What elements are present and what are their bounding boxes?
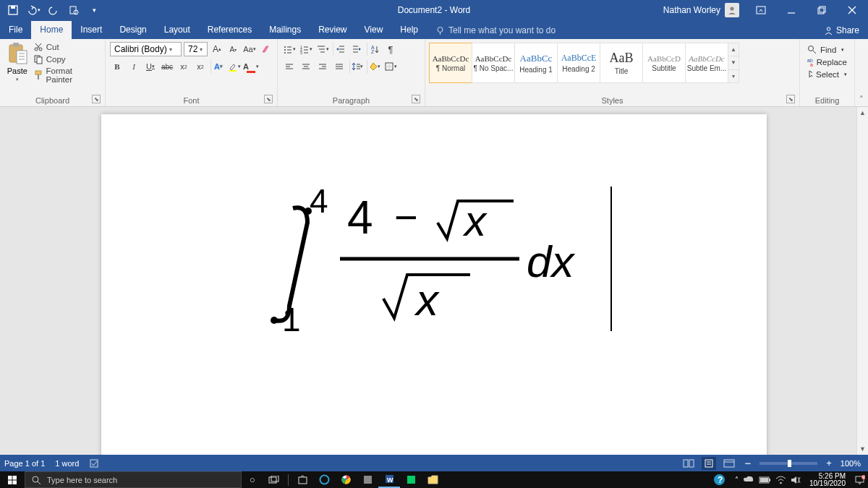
ribbon-display-icon[interactable] (746, 0, 775, 20)
tab-references[interactable]: References (199, 21, 260, 39)
show-marks-icon[interactable]: ¶ (383, 42, 398, 56)
collapse-ribbon-icon[interactable]: ˄ (859, 95, 864, 104)
justify-icon[interactable] (332, 59, 346, 74)
cortana-icon[interactable]: ○ (242, 471, 263, 488)
text-effects-icon[interactable]: A▾ (210, 59, 225, 74)
spellcheck-icon[interactable] (89, 458, 101, 468)
volume-icon[interactable] (791, 476, 801, 484)
superscript-button[interactable]: x2 (193, 59, 208, 74)
font-launcher[interactable]: ⬊ (264, 95, 273, 103)
tab-home[interactable]: Home (31, 21, 72, 39)
undo-icon[interactable]: ▾ (25, 1, 42, 19)
taskbar-app-icon[interactable] (357, 471, 378, 488)
tell-me-search[interactable]: Tell me what you want to do (427, 22, 564, 39)
styles-launcher[interactable]: ⬊ (786, 95, 795, 103)
numbering-icon[interactable]: 123▾ (299, 42, 313, 56)
onedrive-icon[interactable] (743, 476, 754, 484)
vertical-scrollbar[interactable]: ▲ ▼ (856, 107, 868, 455)
tab-file[interactable]: File (0, 21, 31, 39)
align-right-icon[interactable] (315, 59, 330, 74)
tab-mailings[interactable]: Mailings (260, 21, 310, 39)
paste-button[interactable]: Paste ▾ (4, 42, 30, 84)
find-button[interactable]: Find▾ (807, 45, 847, 54)
shrink-font-icon[interactable]: A▾ (226, 42, 240, 56)
taskbar-store-icon[interactable] (292, 471, 313, 488)
styles-scroll[interactable]: ▲▼▾ (728, 43, 739, 83)
grow-font-icon[interactable]: A▴ (210, 42, 224, 56)
line-spacing-icon[interactable]: ▾ (349, 59, 364, 74)
style-subtle-em---[interactable]: AaBbCcDcSubtle Em... (685, 43, 728, 83)
copy-button[interactable]: Copy (33, 54, 101, 64)
task-view-icon[interactable] (263, 471, 285, 488)
decrease-indent-icon[interactable] (333, 42, 347, 56)
help-icon[interactable]: ? (709, 471, 731, 488)
notifications-icon[interactable]: 9 (854, 475, 865, 485)
start-button[interactable] (0, 471, 25, 488)
wifi-icon[interactable] (775, 476, 786, 484)
borders-icon[interactable]: ▾ (383, 59, 398, 74)
taskbar-explorer-icon[interactable] (422, 471, 443, 488)
tab-view[interactable]: View (356, 21, 392, 39)
increase-indent-icon[interactable] (349, 42, 364, 56)
tab-review[interactable]: Review (310, 21, 355, 39)
zoom-in-button[interactable]: + (823, 458, 835, 468)
italic-button[interactable]: I (127, 59, 141, 74)
restore-icon[interactable] (807, 0, 836, 20)
tray-chevron-icon[interactable]: ˄ (735, 476, 739, 484)
document-page[interactable]: 4 1 4 − x x dx (101, 114, 767, 455)
zoom-out-button[interactable]: − (742, 457, 754, 469)
align-left-icon[interactable] (282, 59, 297, 74)
replace-button[interactable]: abacReplace (807, 57, 847, 67)
avatar[interactable] (725, 3, 739, 17)
equation-object[interactable]: 4 1 4 − x x dx (253, 179, 600, 338)
clock[interactable]: 5:26 PM10/19/2020 (805, 473, 850, 487)
multilevel-list-icon[interactable]: ▾ (315, 42, 330, 56)
bold-button[interactable]: B (110, 59, 124, 74)
style-heading-2[interactable]: AaBbCcEHeading 2 (557, 43, 600, 83)
taskbar-search[interactable]: Type here to search (25, 471, 242, 488)
cut-button[interactable]: Cut (33, 42, 101, 52)
tab-insert[interactable]: Insert (72, 21, 111, 39)
align-center-icon[interactable] (299, 59, 313, 74)
minimize-icon[interactable] (777, 0, 806, 20)
font-color-icon[interactable]: A▾ (244, 59, 258, 74)
change-case-icon[interactable]: Aa▾ (242, 42, 256, 56)
style---normal[interactable]: AaBbCcDc¶ Normal (429, 43, 472, 83)
tab-design[interactable]: Design (111, 21, 155, 39)
save-icon[interactable] (4, 1, 22, 19)
taskbar-word-icon[interactable]: W (378, 471, 400, 488)
clipboard-launcher[interactable]: ⬊ (92, 95, 101, 103)
font-size-combo[interactable]: 72▾ (184, 42, 208, 56)
subscript-button[interactable]: x2 (176, 59, 191, 74)
style-title[interactable]: AaBTitle (600, 43, 643, 83)
style-subtitle[interactable]: AaBbCcDSubtitle (642, 43, 686, 83)
taskbar-edge-icon[interactable] (313, 471, 335, 488)
select-button[interactable]: Select▾ (807, 69, 847, 79)
format-painter-button[interactable]: Format Painter (33, 67, 101, 84)
word-count[interactable]: 1 word (55, 459, 79, 468)
share-button[interactable]: Share (815, 22, 868, 39)
battery-icon[interactable] (759, 476, 771, 484)
page-count[interactable]: Page 1 of 1 (4, 459, 45, 468)
paragraph-launcher[interactable]: ⬊ (412, 95, 420, 103)
zoom-slider[interactable] (760, 462, 817, 465)
sort-icon[interactable]: AZ (367, 42, 381, 56)
style---no-spac---[interactable]: AaBbCcDc¶ No Spac... (472, 43, 515, 83)
strikethrough-button[interactable]: abc (160, 59, 174, 74)
scroll-up-icon[interactable]: ▲ (857, 107, 868, 119)
underline-button[interactable]: U▾ (143, 59, 158, 74)
qat-customize-icon[interactable]: ▾ (85, 1, 103, 19)
tab-help[interactable]: Help (391, 21, 427, 39)
scroll-down-icon[interactable]: ▼ (857, 443, 868, 455)
web-layout-icon[interactable] (722, 457, 736, 470)
read-mode-icon[interactable] (681, 457, 696, 470)
print-layout-icon[interactable] (702, 457, 716, 470)
shading-icon[interactable]: ▾ (367, 59, 381, 74)
font-name-combo[interactable]: Calibri (Body)▾ (110, 42, 182, 56)
taskbar-app2-icon[interactable] (400, 471, 422, 488)
highlight-icon[interactable]: ▾ (227, 59, 242, 74)
bullets-icon[interactable]: ▾ (282, 42, 297, 56)
close-icon[interactable] (838, 0, 867, 20)
clear-formatting-icon[interactable] (259, 42, 273, 56)
zoom-level[interactable]: 100% (841, 459, 864, 468)
